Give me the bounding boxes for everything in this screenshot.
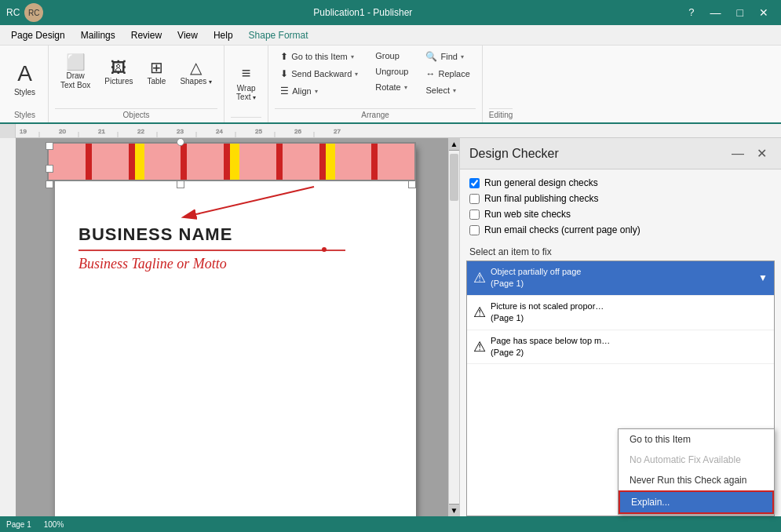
group-button[interactable]: Group — [370, 49, 414, 63]
arrange-col2: Group Ungroup Rotate▾ — [370, 49, 414, 108]
svg-text:21: 21 — [98, 128, 105, 135]
ribbon-group-styles-label: Styles — [14, 108, 35, 119]
ruler-corner — [0, 124, 16, 138]
context-menu-goto[interactable]: Go to this Item — [619, 429, 774, 450]
ruler-svg: 19 20 21 22 23 24 25 26 27 — [16, 124, 781, 137]
selection-handle-top[interactable] — [177, 138, 184, 146]
checkbox-email-checks[interactable]: Run email checks (current page only) — [469, 224, 772, 235]
context-menu-explain[interactable]: Explain... — [619, 490, 774, 514]
menu-review[interactable]: Review — [123, 27, 170, 43]
svg-text:27: 27 — [334, 128, 341, 135]
select-button[interactable]: Select▾ — [420, 83, 475, 97]
canvas-scrollbar-v[interactable]: ▲ ▼ — [448, 138, 459, 516]
title-bar: RC RC Publication1 - Publisher ? — □ ✕ — [0, 0, 781, 25]
user-initials: RC — [6, 7, 20, 18]
design-checker-panel: Design Checker — ✕ Run general design ch… — [459, 138, 781, 516]
selection-handle-bottom-left[interactable] — [46, 180, 53, 188]
svg-text:25: 25 — [255, 128, 262, 135]
align-button[interactable]: ☰Align▾ — [275, 83, 363, 99]
status-bar: Page 1 100% — [0, 516, 781, 532]
ribbon: A Styles Styles ⬜ DrawText Box 🖼 Picture… — [0, 46, 781, 124]
vertical-ruler — [0, 138, 16, 516]
checker-select-label: Select an item to fix — [460, 243, 781, 261]
checkbox-general-design-input[interactable] — [469, 178, 480, 188]
minimize-button[interactable]: — — [704, 3, 728, 22]
selection-handle-left[interactable] — [46, 142, 53, 150]
maximize-button[interactable]: □ — [731, 3, 750, 22]
status-zoom: 100% — [44, 520, 64, 529]
draw-text-box-button[interactable]: ⬜ DrawText Box — [55, 49, 96, 96]
business-section: BUSINESS NAME Business Tagline or Motto — [78, 224, 345, 272]
arrange-col3: 🔍Find▾ ↔Replace Select▾ — [420, 49, 475, 108]
checkbox-final-publishing[interactable]: Run final publishing checks — [469, 193, 772, 204]
menu-view[interactable]: View — [170, 27, 206, 43]
selection-handle-bottom-right[interactable] — [408, 180, 416, 188]
pictures-button[interactable]: 🖼 Pictures — [99, 49, 138, 96]
scrollbar-thumb[interactable] — [450, 154, 458, 201]
checkbox-final-publishing-input[interactable] — [469, 194, 480, 204]
ruler-area: 19 20 21 22 23 24 25 26 27 — [0, 124, 781, 138]
ribbon-group-editing: Editing — [483, 46, 520, 122]
menu-mailings[interactable]: Mailings — [73, 27, 123, 43]
scrollbar-up-btn[interactable]: ▲ — [449, 138, 459, 151]
ribbon-group-arrange: ⬆Go to this Item▾ ⬇Send Backward▾ ☰Align… — [268, 46, 483, 122]
styles-button[interactable]: A Styles — [9, 49, 41, 108]
ungroup-button[interactable]: Ungroup — [370, 64, 414, 78]
shapes-button[interactable]: △ Shapes ▾ — [174, 49, 217, 96]
window-title: Publication1 - Publisher — [43, 7, 682, 18]
checker-item-1-arrow[interactable]: ▼ — [758, 272, 768, 283]
checkbox-web-site-input[interactable] — [469, 210, 480, 220]
replace-button[interactable]: ↔Replace — [420, 66, 475, 82]
menu-bar: Page Design Mailings Review View Help Sh… — [0, 25, 781, 46]
checker-item-1-icon: ⚠ — [473, 269, 486, 286]
find-button[interactable]: 🔍Find▾ — [420, 49, 475, 64]
main-content: BUSINESS NAME Business Tagline or Motto … — [0, 138, 781, 516]
help-icon[interactable]: ? — [682, 3, 700, 22]
user-info: RC RC — [6, 3, 43, 22]
rotate-button[interactable]: Rotate▾ — [370, 80, 414, 94]
checker-close-button[interactable]: ✕ — [752, 144, 772, 162]
bring-forward-button[interactable]: ⬆Go to this Item▾ — [275, 49, 363, 64]
checker-item-3[interactable]: ⚠ Page has space below top m… (Page 2) — [467, 330, 774, 365]
header-bar — [47, 142, 416, 181]
checker-collapse-button[interactable]: — — [727, 144, 749, 162]
checker-item-2[interactable]: ⚠ Picture is not scaled propor… (Page 1) — [467, 296, 774, 330]
business-tagline: Business Tagline or Motto — [78, 256, 345, 272]
checker-checkboxes: Run general design checks Run final publ… — [460, 169, 781, 243]
send-backward-button[interactable]: ⬇Send Backward▾ — [275, 66, 363, 82]
ribbon-group-wrap: ≡ WrapText ▾ — [224, 46, 268, 122]
page-canvas: BUSINESS NAME Business Tagline or Motto … — [55, 146, 416, 516]
status-page: Page 1 — [6, 520, 31, 529]
svg-text:22: 22 — [137, 128, 144, 135]
svg-line-20 — [196, 187, 314, 214]
svg-rect-18 — [0, 138, 16, 516]
checkbox-general-design[interactable]: Run general design checks — [469, 177, 772, 188]
business-underline — [78, 250, 345, 251]
canvas-area[interactable]: BUSINESS NAME Business Tagline or Motto … — [16, 138, 459, 516]
context-menu: Go to this Item No Automatic Fix Availab… — [618, 428, 775, 515]
vertical-ruler-svg — [0, 138, 16, 516]
checker-item-1[interactable]: ⚠ Object partially off page (Page 1) ▼ — [467, 261, 774, 296]
scrollbar-down-btn[interactable]: ▼ — [449, 504, 459, 516]
context-menu-never-run[interactable]: Never Run this Check again — [619, 470, 774, 490]
svg-text:23: 23 — [177, 128, 184, 135]
checker-item-3-icon: ⚠ — [473, 338, 486, 355]
underline-dot — [322, 247, 327, 252]
close-button[interactable]: ✕ — [753, 3, 775, 22]
wrap-text-button[interactable]: ≡ WrapText ▾ — [231, 49, 261, 117]
menu-page-design[interactable]: Page Design — [3, 27, 73, 43]
table-button[interactable]: ⊞ Table — [141, 49, 171, 96]
checker-title: Design Checker — [469, 147, 559, 161]
menu-shape-format[interactable]: Shape Format — [241, 27, 316, 43]
arrow-svg — [173, 179, 330, 226]
canvas-arrow — [173, 179, 330, 228]
checker-item-2-icon: ⚠ — [473, 304, 486, 321]
checker-header: Design Checker — ✕ — [460, 138, 781, 169]
checkbox-email-checks-input[interactable] — [469, 225, 480, 235]
menu-help[interactable]: Help — [206, 27, 241, 43]
horizontal-ruler: 19 20 21 22 23 24 25 26 27 — [16, 124, 781, 137]
checker-item-3-text: Page has space below top m… (Page 2) — [491, 335, 768, 359]
selection-handle-mid-left[interactable] — [46, 165, 53, 173]
checkbox-web-site[interactable]: Run web site checks — [469, 209, 772, 220]
svg-text:24: 24 — [216, 128, 223, 135]
